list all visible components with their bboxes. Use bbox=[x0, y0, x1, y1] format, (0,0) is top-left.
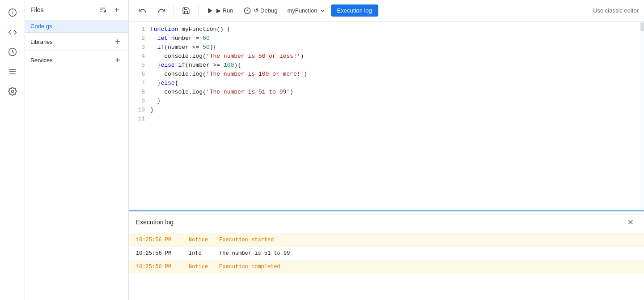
log-row: 10:25:56 PMNoticeExecution completed bbox=[129, 260, 644, 274]
toolbar: ▶ Run ↺ Debug myFunction Execution log U… bbox=[129, 0, 644, 21]
code-lines: 1234567891011 function myFunction() { le… bbox=[129, 21, 644, 127]
toolbar-divider-2 bbox=[198, 5, 199, 16]
info-icon[interactable]: i bbox=[4, 4, 21, 21]
settings-icon[interactable] bbox=[4, 82, 21, 100]
code-editor[interactable]: 1234567891011 function myFunction() { le… bbox=[129, 21, 644, 210]
add-service-button[interactable] bbox=[112, 55, 123, 65]
libraries-section[interactable]: Libraries bbox=[25, 32, 128, 51]
services-section[interactable]: Services bbox=[25, 51, 128, 69]
main-area: ▶ Run ↺ Debug myFunction Execution log U… bbox=[129, 0, 644, 300]
redo-button[interactable] bbox=[153, 4, 170, 17]
function-name: myFunction bbox=[287, 7, 317, 14]
svg-text:AZ: AZ bbox=[104, 9, 106, 13]
icon-bar: i bbox=[0, 0, 25, 300]
use-classic-editor-link[interactable]: Use classic editor bbox=[593, 7, 639, 14]
svg-text:i: i bbox=[12, 10, 13, 15]
run-button[interactable]: ▶ Run bbox=[202, 4, 237, 17]
debug-label: ↺ Debug bbox=[254, 7, 277, 14]
code-content: function myFunction() { let number = 60 … bbox=[150, 25, 644, 124]
execution-log-panel: Execution log 10:25:56 PMNoticeExecution… bbox=[129, 210, 644, 300]
libraries-label: Libraries bbox=[30, 39, 53, 45]
log-row: 10:25:56 PMNoticeExecution started bbox=[129, 233, 644, 247]
execution-log-header: Execution log bbox=[129, 211, 644, 233]
sidebar-header-icons: AZ bbox=[96, 4, 123, 16]
function-selector[interactable]: myFunction bbox=[284, 5, 329, 16]
undo-button[interactable] bbox=[134, 4, 151, 17]
close-execution-log-button[interactable] bbox=[624, 216, 637, 228]
execution-log-body: 10:25:56 PMNoticeExecution started10:25:… bbox=[129, 233, 644, 300]
editor-scrollbar[interactable] bbox=[640, 21, 644, 210]
add-file-button[interactable] bbox=[110, 4, 123, 16]
add-library-button[interactable] bbox=[112, 36, 123, 47]
svg-point-6 bbox=[11, 90, 13, 93]
execution-log-title: Execution log bbox=[136, 219, 174, 226]
sort-button[interactable]: AZ bbox=[96, 4, 109, 16]
log-row: 10:25:56 PMInfoThe number is 51 to 99 bbox=[129, 247, 644, 260]
files-title: Files bbox=[30, 6, 44, 13]
file-name: Code.gs bbox=[30, 23, 52, 30]
files-header: Files AZ bbox=[25, 0, 128, 20]
sidebar: Files AZ Code.gs Libraries Services bbox=[25, 0, 129, 300]
file-code-gs[interactable]: Code.gs bbox=[25, 20, 128, 32]
svg-marker-17 bbox=[208, 8, 212, 13]
line-numbers: 1234567891011 bbox=[129, 25, 150, 124]
code-icon[interactable] bbox=[4, 23, 21, 41]
toolbar-divider-1 bbox=[174, 5, 174, 16]
run-label: ▶ Run bbox=[216, 7, 233, 14]
scrollbar-thumb bbox=[640, 22, 644, 31]
clock-icon[interactable] bbox=[4, 43, 21, 61]
execution-log-button[interactable]: Execution log bbox=[331, 4, 378, 17]
save-button[interactable] bbox=[178, 4, 195, 17]
debug-button[interactable]: ↺ Debug bbox=[239, 4, 282, 17]
triggers-icon[interactable] bbox=[4, 63, 21, 81]
services-label: Services bbox=[30, 57, 53, 64]
